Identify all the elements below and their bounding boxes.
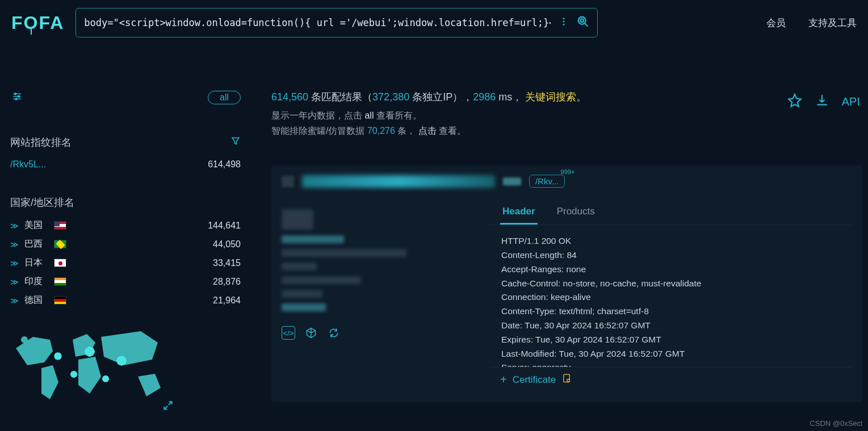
right-actions: API xyxy=(787,93,860,110)
header-line: Content-Type: text/html; charset=utf-8 xyxy=(501,305,841,319)
svg-point-7 xyxy=(15,98,17,100)
meta-blur xyxy=(282,249,406,257)
result-meta: </> xyxy=(282,198,483,392)
country-row[interactable]: ≫巴西44,050 xyxy=(10,235,241,253)
watermark: CSDN @0xSecl xyxy=(810,419,862,428)
chevron-icon: ≫ xyxy=(10,221,19,230)
download-icon[interactable] xyxy=(815,93,829,110)
tag-badge: 999+ xyxy=(561,168,575,175)
search-icon[interactable] xyxy=(577,15,589,30)
result-favicon xyxy=(282,176,294,187)
more-icon[interactable] xyxy=(559,16,569,29)
flag-icon xyxy=(54,240,66,248)
country-row[interactable]: ≫德国21,964 xyxy=(10,291,241,310)
fingerprint-row[interactable]: /Rkv5L... 614,498 xyxy=(10,156,241,173)
flag-icon xyxy=(54,259,66,267)
header-line: Accept-Ranges: none xyxy=(501,263,841,277)
svg-point-4 xyxy=(581,19,584,22)
svg-point-2 xyxy=(563,23,565,25)
country-count: 28,876 xyxy=(213,277,241,287)
result-card: 999+ /Rkv... </> xyxy=(271,166,862,402)
keyword-link[interactable]: 关键词搜索。 xyxy=(525,91,586,103)
svg-point-1 xyxy=(563,20,565,22)
country-row[interactable]: ≫日本33,415 xyxy=(10,253,241,272)
certificate-label: Certificate xyxy=(513,374,556,386)
header-line: Cache-Control: no-store, no-cache, must-… xyxy=(501,277,841,291)
tab-products[interactable]: Products xyxy=(555,200,597,225)
star-icon[interactable] xyxy=(787,93,802,110)
svg-point-0 xyxy=(563,18,565,19)
api-link[interactable]: API xyxy=(842,95,860,108)
logo[interactable]: FOFA xyxy=(11,12,64,33)
result-panel: Header Products HTTP/1.1 200 OKContent-L… xyxy=(490,198,852,392)
sidebar: all 网站指纹排名 /Rkv5L... 614,498 国家/地区排名 ≫美国… xyxy=(0,45,250,411)
nav-support[interactable]: 支持及工具 xyxy=(808,16,857,29)
code-icon[interactable]: </> xyxy=(282,326,295,340)
certificate-icon xyxy=(561,373,572,386)
t: 查看。 xyxy=(437,126,466,136)
nav-member[interactable]: 会员 xyxy=(766,16,786,29)
t: 智能排除蜜罐/仿冒数据 xyxy=(271,126,367,136)
svg-point-5 xyxy=(15,93,16,95)
summary-sub2: 智能排除蜜罐/仿冒数据 70,276 条， 点击 查看。 xyxy=(271,125,862,137)
tab-header[interactable]: Header xyxy=(500,200,538,225)
ip-count: 372,380 xyxy=(372,91,409,103)
header: FOFA 会员 支持及工具 xyxy=(0,0,868,45)
all-link[interactable]: all xyxy=(364,111,374,120)
flag-icon xyxy=(54,277,66,286)
country-name: 美国 xyxy=(24,219,48,231)
header-line: Last-Modified: Tue, 30 Apr 2024 16:52:07… xyxy=(501,347,841,361)
certificate-row[interactable]: + Certificate xyxy=(490,367,852,392)
country-name: 巴西 xyxy=(24,238,48,250)
header-line: Date: Tue, 30 Apr 2024 16:52:07 GMT xyxy=(501,319,841,333)
country-count: 44,050 xyxy=(213,239,241,250)
svg-point-6 xyxy=(18,95,20,97)
world-map[interactable] xyxy=(10,320,169,411)
result-title-blur xyxy=(302,175,495,188)
country-name: 德国 xyxy=(24,294,48,306)
flag-icon xyxy=(54,296,66,305)
content: 614,560 条匹配结果（372,380 条独立IP），2986 ms， 关键… xyxy=(250,45,868,411)
country-title: 国家/地区排名 xyxy=(10,196,74,209)
ms-count: 2986 xyxy=(473,91,496,103)
country-name: 印度 xyxy=(24,276,48,288)
svg-rect-9 xyxy=(564,374,570,382)
fingerprint-title: 网站指纹排名 xyxy=(10,136,72,149)
click-link[interactable]: 点击 xyxy=(418,126,437,136)
meta-blur xyxy=(282,209,313,230)
meta-blur xyxy=(282,235,344,243)
search-input[interactable] xyxy=(84,17,551,28)
all-pill[interactable]: all xyxy=(208,91,241,104)
svg-point-3 xyxy=(578,17,586,24)
flag-icon xyxy=(54,221,66,230)
total-count: 614,560 xyxy=(271,91,308,103)
meta-blur xyxy=(282,303,326,311)
refresh-icon[interactable] xyxy=(327,326,341,340)
fingerprint-count: 614,498 xyxy=(208,159,241,170)
header-line: Expires: Tue, 30 Apr 2024 16:52:07 GMT xyxy=(501,333,841,347)
chevron-icon: ≫ xyxy=(10,296,19,305)
country-count: 21,964 xyxy=(213,295,241,306)
cube-icon[interactable] xyxy=(304,326,318,340)
sliders-icon[interactable] xyxy=(11,91,23,104)
honeypot-count: 70,276 xyxy=(367,126,395,136)
result-tag[interactable]: 999+ /Rkv... xyxy=(529,175,565,188)
t: 条独立IP）， xyxy=(409,91,473,103)
summary-sub1: 显示一年内数据，点击 all 查看所有。 xyxy=(271,110,862,122)
filter-icon[interactable] xyxy=(230,136,241,149)
search-box xyxy=(76,8,598,37)
country-row[interactable]: ≫印度28,876 xyxy=(10,272,241,291)
t: ms， xyxy=(496,91,525,103)
meta-blur xyxy=(282,290,322,298)
meta-blur xyxy=(282,276,361,284)
summary-line: 614,560 条匹配结果（372,380 条独立IP），2986 ms， 关键… xyxy=(271,87,862,107)
tag-text: /Rkv... xyxy=(535,176,559,186)
fingerprint-name: /Rkv5L... xyxy=(10,159,46,170)
t: 条匹配结果（ xyxy=(308,91,372,103)
country-row[interactable]: ≫美国144,641 xyxy=(10,216,241,235)
expand-icon[interactable] xyxy=(162,400,174,414)
result-ip-blur xyxy=(503,178,521,185)
country-name: 日本 xyxy=(24,257,48,269)
chevron-icon: ≫ xyxy=(10,277,19,286)
plus-icon: + xyxy=(500,373,507,386)
